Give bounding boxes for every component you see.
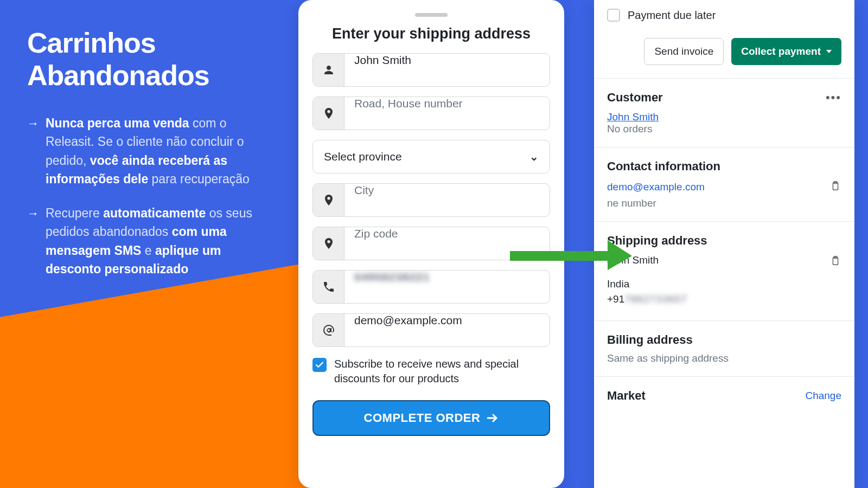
checkout-heading: Enter your shipping address [312,25,550,42]
market-change-link[interactable]: Change [805,390,841,402]
market-section: Market Change [594,377,854,415]
contact-email-link[interactable]: demo@example.com [607,181,705,193]
marketing-copy: Carrinhos Abandonados → Nunca perca uma … [27,27,260,294]
bullet-point-1: → Nunca perca uma venda com o Releasit. … [27,114,260,189]
clipboard-icon[interactable] [829,180,841,194]
address-field[interactable]: Road, House number [312,97,550,130]
name-field[interactable]: John Smith [312,53,550,87]
billing-section: Billing address Same as shipping address [594,321,854,377]
subscribe-checkbox[interactable] [312,358,327,372]
send-invoice-button[interactable]: Send invoice [644,38,724,65]
at-icon [313,314,344,346]
phone-value-obscured: 04958238221 [344,271,550,303]
customer-order-count: No orders [607,123,841,135]
collect-payment-button[interactable]: Collect payment [731,38,841,65]
contact-heading: Contact information [607,159,841,174]
name-value: John Smith [344,54,550,86]
customer-section: Customer ••• John Smith No orders [594,79,854,147]
payment-due-checkbox[interactable] [607,9,620,22]
map-pin-icon [313,227,344,260]
bullet-point-2: → Recupere automaticamente os seus pedid… [27,204,260,279]
subscribe-label: Subscribe to receive news and special di… [334,357,550,386]
phone-field[interactable]: 04958238221 [312,270,550,304]
complete-order-button[interactable]: COMPLETE ORDER [312,400,550,436]
caret-down-icon [826,50,832,53]
more-actions-icon[interactable]: ••• [826,92,841,104]
bullet-1-text: Nunca perca uma venda com o Releasit. Se… [46,114,260,189]
payment-actions: Send invoice Collect payment [594,27,854,79]
svg-rect-5 [510,251,609,261]
person-icon [313,54,344,86]
address-placeholder: Road, House number [344,97,550,130]
email-field[interactable]: demo@example.com [312,313,550,347]
svg-marker-6 [608,240,632,270]
shipping-section: Shipping address John Smith India +91788… [594,222,854,321]
page-title: Carrinhos Abandonados [27,27,260,92]
contact-section: Contact information demo@example.com ne … [594,147,854,222]
city-placeholder: City [344,184,550,216]
cta-label: COMPLETE ORDER [364,411,481,425]
contact-phone-placeholder: ne number [607,197,841,209]
city-field[interactable]: City [312,183,550,217]
bullet-2-text: Recupere automaticamente os seus pedidos… [46,204,260,279]
clipboard-icon[interactable] [829,255,841,269]
shipping-heading: Shipping address [607,234,841,248]
market-heading: Market [607,389,646,403]
province-select[interactable]: Select province ⌄ [312,140,550,174]
drag-handle[interactable] [415,13,448,17]
email-value: demo@example.com [344,314,550,346]
arrow-connector-icon [510,240,632,272]
chevron-down-icon: ⌄ [529,150,539,163]
payment-due-row[interactable]: Payment due later [594,0,854,27]
customer-name-link[interactable]: John Smith [607,111,659,123]
phone-icon [313,271,344,303]
customer-heading: Customer [607,91,663,105]
shipping-country: India [607,278,841,290]
arrow-icon: → [27,204,39,279]
subscribe-row[interactable]: Subscribe to receive news and special di… [312,357,550,386]
admin-card: Payment due later Send invoice Collect p… [594,0,854,488]
map-pin-icon [313,97,344,130]
billing-value: Same as shipping address [607,352,841,364]
arrow-icon: → [27,114,39,189]
province-placeholder: Select province [324,150,402,163]
payment-due-label: Payment due later [628,9,716,22]
billing-heading: Billing address [607,333,841,347]
shipping-phone: +917882733657 [607,293,841,305]
map-pin-icon [313,184,344,216]
